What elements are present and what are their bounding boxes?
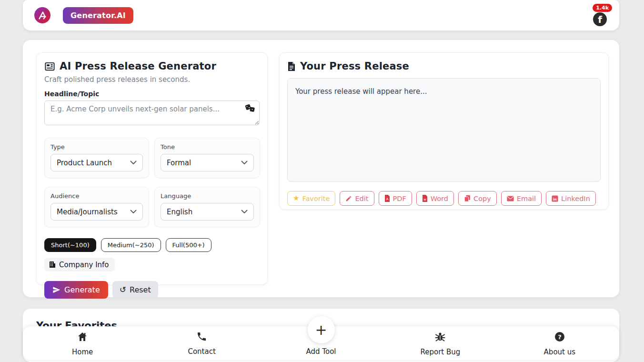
- type-label: Type: [50, 143, 143, 151]
- dice-glyph: [244, 103, 256, 113]
- page-title: AI Press Release Generator: [60, 60, 216, 72]
- word-label: Word: [431, 195, 448, 202]
- reset-label: Reset: [130, 285, 151, 294]
- language-select[interactable]: English: [161, 203, 254, 221]
- building-icon: [49, 261, 56, 268]
- linkedin-label: LinkedIn: [561, 195, 590, 202]
- nav-label-add-tool: Add Tool: [306, 347, 336, 356]
- question-circle-icon: ?: [554, 331, 565, 342]
- svg-text:w: w: [423, 198, 426, 201]
- output-card: Your Press Release Your press release wi…: [279, 52, 609, 210]
- nav-label-contact: Contact: [188, 347, 215, 356]
- phone-icon: [196, 331, 207, 342]
- tone-value: Formal: [167, 159, 191, 167]
- word-button[interactable]: w Word: [416, 191, 454, 206]
- fields-grid: Type Product Launch Tone Formal: [44, 138, 260, 227]
- language-value: English: [167, 208, 192, 216]
- pencil-icon: [345, 195, 352, 202]
- nav-label-about-us: About us: [544, 348, 575, 356]
- headline-wrap: [44, 101, 260, 127]
- type-field: Type Product Launch: [44, 138, 149, 178]
- length-short-button[interactable]: Short(~100): [44, 238, 96, 252]
- brand-badge[interactable]: Generator.AI: [63, 7, 133, 24]
- chevron-down-icon: [130, 161, 137, 165]
- email-button[interactable]: Email: [501, 191, 542, 206]
- tone-select[interactable]: Formal: [161, 154, 254, 171]
- copy-label: Copy: [473, 195, 491, 202]
- nav-label-report-bug: Report Bug: [421, 348, 461, 356]
- linkedin-button[interactable]: in LinkedIn: [546, 191, 596, 206]
- type-value: Product Launch: [57, 159, 112, 167]
- svg-text:in: in: [553, 197, 557, 201]
- length-medium-button[interactable]: Medium(~250): [101, 238, 161, 252]
- nav-item-about-us[interactable]: ? About us: [500, 326, 619, 360]
- header-social: 1.4k f: [592, 4, 609, 27]
- file-pdf-icon: A: [384, 195, 390, 202]
- nav-item-report-bug[interactable]: Report Bug: [381, 326, 500, 360]
- bug-icon: [434, 331, 446, 342]
- copy-button[interactable]: Copy: [458, 191, 497, 206]
- dice-icon[interactable]: [244, 103, 256, 113]
- page-subtitle: Craft polished press releases in seconds…: [44, 75, 260, 84]
- nav-item-contact[interactable]: Contact: [142, 326, 261, 360]
- company-info-button[interactable]: Company Info: [44, 258, 115, 272]
- output-title-row: Your Press Release: [287, 60, 601, 72]
- chevron-down-icon: [241, 210, 248, 214]
- star-icon: ★: [293, 195, 299, 202]
- audience-value: Media/Journalists: [57, 208, 118, 216]
- output-title: Your Press Release: [300, 60, 409, 72]
- actions-row: ★ Favorite Edit A PDF w: [287, 191, 601, 206]
- bottom-nav: Home Contact + Add Tool Report Bug ?: [23, 326, 619, 360]
- envelope-icon: [507, 196, 514, 201]
- length-options: Short(~100) Medium(~250) Full(500+): [44, 238, 260, 252]
- audience-select[interactable]: Media/Journalists: [50, 203, 143, 221]
- svg-text:A: A: [386, 197, 388, 201]
- home-icon: [77, 331, 88, 342]
- nav-item-home[interactable]: Home: [23, 326, 142, 360]
- reset-icon: ↺: [120, 286, 126, 294]
- copy-icon: [464, 195, 471, 202]
- add-tool-button[interactable]: +: [308, 316, 335, 343]
- chevron-down-icon: [130, 210, 137, 214]
- facebook-icon[interactable]: f: [593, 12, 607, 26]
- favorite-button[interactable]: ★ Favorite: [287, 191, 335, 206]
- file-word-icon: w: [422, 195, 428, 202]
- type-select[interactable]: Product Launch: [50, 154, 143, 171]
- app-header: Generator.AI 1.4k f: [23, 0, 619, 30]
- language-field: Language English: [154, 187, 260, 227]
- logo-a-glyph: [37, 10, 48, 20]
- audience-label: Audience: [50, 192, 143, 200]
- facebook-count-badge: 1.4k: [593, 4, 612, 12]
- generator-card: AI Press Release Generator Craft polishe…: [36, 52, 268, 285]
- generate-button[interactable]: Generate: [44, 281, 108, 299]
- favorite-label: Favorite: [302, 195, 330, 202]
- reset-button[interactable]: ↺ Reset: [112, 281, 158, 299]
- newspaper-icon: [44, 61, 55, 72]
- generate-label: Generate: [64, 285, 100, 294]
- nav-item-add-tool: + Add Tool: [262, 326, 381, 360]
- linkedin-icon: in: [552, 195, 558, 202]
- pdf-label: PDF: [393, 195, 406, 202]
- edit-button[interactable]: Edit: [340, 191, 374, 206]
- chevron-down-icon: [241, 161, 248, 165]
- pdf-button[interactable]: A PDF: [379, 191, 412, 206]
- audience-field: Audience Media/Journalists: [44, 187, 149, 227]
- brand-logo-icon[interactable]: [34, 7, 50, 23]
- press-release-output: Your press release will appear here...: [287, 78, 601, 182]
- tone-field: Tone Formal: [154, 138, 260, 178]
- svg-text:?: ?: [558, 333, 562, 341]
- nav-label-home: Home: [72, 348, 93, 356]
- language-label: Language: [161, 192, 254, 200]
- length-full-button[interactable]: Full(500+): [166, 238, 211, 252]
- plus-icon: +: [315, 322, 327, 338]
- tone-label: Tone: [161, 143, 254, 151]
- paper-plane-icon: [52, 286, 60, 294]
- cta-row: Generate ↺ Reset: [44, 281, 260, 299]
- headline-input[interactable]: [44, 101, 260, 125]
- edit-label: Edit: [355, 195, 368, 202]
- headline-label: Headline/Topic: [44, 90, 260, 98]
- company-info-label: Company Info: [59, 261, 109, 269]
- generator-title-row: AI Press Release Generator: [44, 60, 260, 72]
- document-icon: [287, 61, 296, 71]
- email-label: Email: [517, 195, 536, 202]
